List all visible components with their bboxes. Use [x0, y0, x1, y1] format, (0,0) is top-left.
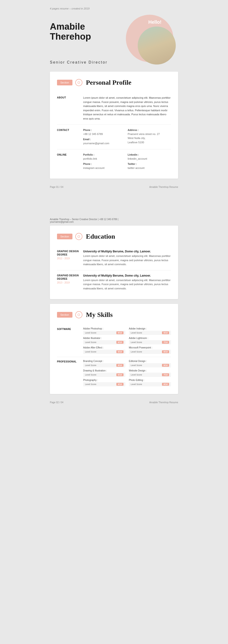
contact-label: CONTACT — [57, 128, 83, 146]
edu-content-0: University of Multiply Berume, Dome city… — [83, 250, 171, 266]
level-score-label-8: Level Score — [131, 364, 142, 366]
contact-content: Phone : +88 12 345 6789 Email : yourname… — [83, 128, 171, 146]
level-score-label-6: Level Score — [131, 350, 142, 353]
skill-illustrator-name: Adobe Illustrator : — [83, 337, 125, 340]
profile-photo — [138, 26, 176, 64]
skills-section-number: O — [75, 311, 82, 318]
skill-photoshop-bar: Level Score 8/10 — [83, 331, 125, 335]
skill-aftereffect-name: Adobe After Effect : — [83, 346, 125, 349]
page1-footer-name: Amabile Therehop Resume — [149, 186, 178, 188]
education-card: Section O Education GRAPHIC DESIGNDEGREE… — [50, 226, 178, 299]
edu-label-0: GRAPHIC DESIGNDEGREE 2012 - 2019 — [57, 250, 83, 266]
skill-indesign-name: Adobe Indesign : — [129, 327, 171, 330]
skill-lightroom-name: Adobe Lightroom : — [129, 337, 171, 340]
name-block: Amabile Therehop — [50, 22, 91, 42]
skill-editorial-name: Editorial Design : — [129, 360, 171, 362]
skill-photoediting: Photo Editing : Level Score 8/10 — [129, 379, 171, 386]
skill-illustrator: Adobe Illustrator : Level Score 6/10 — [83, 337, 125, 344]
skills-section-badge: Section — [57, 312, 72, 318]
online-phone-label: Phone : — [83, 162, 127, 166]
header-section: Hello! Amabile Therehop Senior Creative … — [50, 15, 178, 67]
online-phone-value: instagram account — [83, 166, 127, 170]
skill-editorial: Editorial Design : Level Score 9/10 — [129, 360, 171, 368]
edu-label-1: GRAPHID DESIGNDEGREE 2013 - 2019 — [57, 274, 83, 291]
education-section-number: O — [75, 233, 82, 240]
skill-lightroom-score: 7/10 — [162, 341, 169, 344]
online-portfolio: Portfolio : portfolio.link Phone : insta… — [83, 153, 127, 170]
software-skills-grid: Adobe Photoshop : Level Score 8/10 Adobe… — [83, 327, 171, 354]
education-section-badge: Section — [57, 234, 72, 239]
skill-branding-bar: Level Score 8/10 — [83, 363, 125, 368]
edu-uni-0: University of Multiply Berume, Dome city… — [83, 250, 171, 253]
skill-branding-score: 8/10 — [116, 364, 123, 367]
skill-website-name: Website Design : — [129, 369, 171, 372]
skill-aftereffect-score: 5/10 — [116, 350, 123, 353]
page1-footer: Page 01 / 04 Amabile Therehop Resume — [50, 183, 178, 191]
edu-uni-1: University of Multiply Berume, Dome city… — [83, 274, 171, 277]
page-2: Amabile Therehop – Senior Creative Direc… — [50, 214, 178, 416]
section-header-education: Section O Education — [57, 233, 171, 240]
level-score-label-10: Level Score — [131, 374, 142, 376]
skill-photoediting-name: Photo Editing : — [129, 379, 171, 382]
skill-photoshop-score: 8/10 — [116, 331, 123, 334]
online-grid: Portfolio : portfolio.link Phone : insta… — [83, 153, 171, 170]
address-city: West Nulla city, — [128, 136, 171, 140]
skill-photoshop: Adobe Photoshop : Level Score 8/10 — [83, 327, 125, 335]
edu-content-1: University of Multiply Berume, Dome city… — [83, 274, 171, 291]
skill-lightroom: Adobe Lightroom : Level Score 7/10 — [129, 337, 171, 344]
contact-phone: Phone : +88 12 345 6789 Email : yourname… — [83, 128, 127, 146]
online-row: ONLINE Portfolio : portfolio.link Phone … — [57, 150, 171, 174]
level-score-label-7: Level Score — [85, 364, 96, 366]
skill-illustrator-score: 6/10 — [116, 341, 123, 344]
skill-drawing: Drawing & Illustration : Level Score 6/1… — [83, 369, 125, 377]
page2-footer-name: Amabile Therehop Resume — [149, 401, 178, 404]
edu-entry-0: GRAPHIC DESIGNDEGREE 2012 - 2019 Univers… — [57, 246, 171, 270]
phone-value: +88 12 345 6789 — [83, 132, 103, 136]
skill-website-bar: Level Score 7/10 — [129, 373, 171, 377]
online-content: Portfolio : portfolio.link Phone : insta… — [83, 153, 171, 170]
contact-grid: Phone : +88 12 345 6789 Email : yourname… — [83, 128, 171, 146]
level-score-label: Level Score — [85, 332, 96, 334]
about-row: ABOUT Lorem ipsum dolor sit amet, consec… — [57, 92, 171, 125]
section-header-profile: Section O Personal Profile — [57, 79, 171, 86]
professional-skills-grid: Branding Concept : Level Score 8/10 Edit… — [83, 360, 171, 386]
education-section-title: Education — [86, 233, 115, 240]
skill-photoediting-bar: Level Score 8/10 — [129, 382, 171, 386]
skill-aftereffect-bar: Level Score 5/10 — [83, 350, 125, 354]
twitter-label: Twitter : — [128, 162, 171, 166]
level-score-label-5: Level Score — [85, 350, 96, 353]
software-skills-row: SOFTWARE Adobe Photoshop : Level Score 8… — [57, 324, 171, 357]
skill-editorial-score: 9/10 — [162, 364, 169, 367]
about-label: ABOUT — [57, 96, 83, 121]
level-score-label-2: Level Score — [131, 332, 142, 334]
skills-card: Section O My Skills SOFTWARE Adobe Photo… — [50, 304, 178, 394]
page2-header-line2: yourname@gmail.com — [50, 220, 178, 223]
edu-entry-1: GRAPHID DESIGNDEGREE 2013 - 2019 Univers… — [57, 270, 171, 294]
page-separator — [0, 200, 228, 214]
edu-desc-1: Lorem ipsum dolor sit amet, consectetuer… — [83, 278, 171, 291]
software-label: SOFTWARE — [57, 327, 83, 354]
level-score-label-12: Level Score — [131, 383, 142, 386]
level-score-label-9: Level Score — [85, 374, 96, 376]
skill-indesign: Adobe Indesign : Level Score 9/10 — [129, 327, 171, 335]
edu-desc-0: Lorem ipsum dolor sit amet, consectetuer… — [83, 254, 171, 266]
page2-header: Amabile Therehop – Senior Creative Direc… — [50, 214, 178, 226]
section-badge: Section — [57, 80, 72, 86]
linkedin-label: Linkedin : — [128, 153, 171, 157]
personal-profile-card: Section O Personal Profile ABOUT Lorem i… — [50, 72, 178, 178]
person-first-name: Amabile — [50, 22, 91, 32]
skill-photoshop-name: Adobe Photoshop : — [83, 327, 125, 330]
phone-label: Phone : — [83, 128, 127, 132]
page2-header-line1: Amabile Therehop – Senior Creative Direc… — [50, 218, 178, 220]
skill-lightroom-bar: Level Score 7/10 — [129, 340, 171, 344]
professional-skills-row: PROFESSIONAL Branding Concept : Level Sc… — [57, 357, 171, 389]
linkedin-value: linkedin_account — [128, 157, 171, 161]
section-header-skills: Section O My Skills — [57, 311, 171, 318]
level-score-label-11: Level Score — [85, 383, 96, 386]
skill-photography-score: 9/10 — [116, 383, 123, 386]
email-label: Email : — [83, 138, 127, 141]
edu-degree-0: GRAPHIC DESIGNDEGREE — [57, 250, 83, 256]
page1-footer-page: Page 01 / 04 — [50, 186, 63, 188]
skill-indesign-bar: Level Score 9/10 — [129, 331, 171, 335]
photo-placeholder — [138, 26, 176, 64]
